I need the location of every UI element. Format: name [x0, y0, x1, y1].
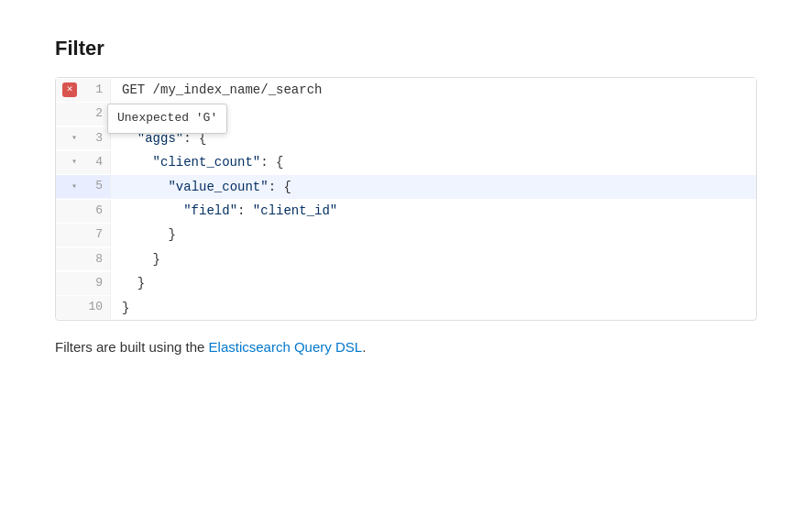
editor-line-8: 8 }	[56, 247, 756, 271]
line-gutter-7: 7	[56, 224, 111, 247]
code-text: : {	[260, 155, 283, 170]
line-content-9: }	[111, 271, 756, 295]
line-number-1: 1	[81, 81, 103, 100]
line-number-5: 5	[81, 177, 103, 196]
editor-line-6: 6 "field": "client_id"	[56, 199, 756, 223]
line-gutter-10: 10	[56, 296, 111, 319]
editor-line-1: ✕ 1 GET /my_index_name/_search Unexpecte…	[56, 78, 756, 102]
code-key: "client_count"	[153, 155, 261, 170]
line-gutter-4: ▾ 4	[56, 151, 111, 174]
line-number-2: 2	[81, 104, 103, 124]
line-content-8: }	[111, 247, 756, 271]
line-gutter-8: 8	[56, 248, 111, 271]
editor-line-4: ▾ 4 "client_count": {	[56, 150, 756, 174]
line-number-4: 4	[81, 153, 103, 172]
footer-text-after: .	[362, 339, 366, 355]
error-icon: ✕	[62, 82, 77, 97]
fold-arrow-4[interactable]: ▾	[71, 155, 77, 170]
code-text: :	[237, 203, 253, 218]
editor-line-10: 10 }	[56, 296, 756, 320]
line-gutter-1: ✕ 1	[56, 79, 111, 102]
line-number-6: 6	[81, 202, 103, 221]
line-gutter-3: ▾ 3	[56, 127, 111, 150]
code-str: "client_id"	[253, 203, 337, 218]
line-number-10: 10	[81, 298, 103, 317]
line-gutter-9: 9	[56, 272, 111, 295]
code-text: }	[137, 276, 145, 290]
code-editor: ✕ 1 GET /my_index_name/_search Unexpecte…	[55, 77, 757, 321]
code-text: GET /my_index_name/_search	[122, 82, 322, 97]
line-number-9: 9	[81, 274, 103, 293]
code-text: }	[168, 227, 175, 242]
error-tooltip: Unexpected 'G'	[107, 104, 227, 134]
fold-arrow-3[interactable]: ▾	[71, 131, 77, 146]
editor-line-5: ▾ 5 "value_count": {	[56, 175, 756, 199]
section-title: Filter	[55, 37, 757, 60]
line-content-7: }	[111, 223, 756, 247]
editor-line-9: 9 }	[56, 271, 756, 295]
line-number-7: 7	[81, 225, 103, 245]
line-content-4: "client_count": {	[111, 150, 756, 174]
elasticsearch-dsl-link[interactable]: Elasticsearch Query DSL	[209, 339, 363, 355]
fold-arrow-5[interactable]: ▾	[71, 180, 77, 194]
code-text: }	[153, 252, 160, 267]
editor-line-7: 7 }	[56, 223, 756, 247]
line-content-6: "field": "client_id"	[111, 199, 756, 223]
line-gutter-5: ▾ 5	[56, 175, 111, 198]
footer-text-before: Filters are built using the	[55, 339, 209, 355]
code-text: }	[122, 301, 129, 315]
line-content-10: }	[111, 296, 756, 320]
line-number-3: 3	[81, 129, 103, 148]
line-number-8: 8	[81, 250, 103, 269]
line-gutter-6: 6	[56, 200, 111, 223]
line-content-1: GET /my_index_name/_search	[111, 78, 756, 102]
line-gutter-2: 2	[56, 103, 111, 126]
line-content-5: "value_count": {	[111, 175, 756, 199]
code-key: "value_count"	[168, 180, 268, 194]
code-key: "field"	[183, 203, 237, 218]
footer-text: Filters are built using the Elasticsearc…	[55, 339, 757, 355]
code-text: : {	[269, 180, 291, 194]
